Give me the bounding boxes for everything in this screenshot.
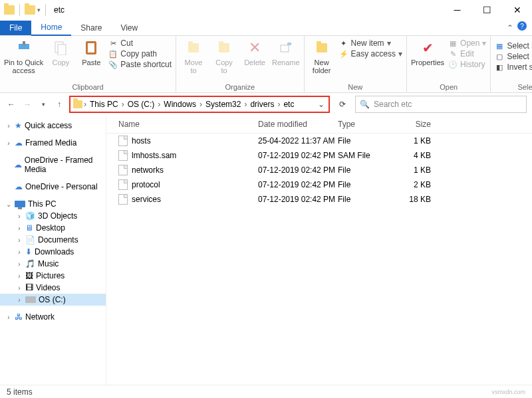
open-button[interactable]: ▦Open ▾: [448, 39, 486, 48]
history-button[interactable]: 🕑History: [448, 60, 486, 69]
paste-button[interactable]: Paste: [78, 39, 104, 66]
tree-os-c[interactable]: ›OS (C:): [0, 294, 106, 306]
tree-onedrive-personal[interactable]: ☁OneDrive - Personal: [0, 181, 106, 193]
tree-quick-access[interactable]: ›★Quick access: [0, 120, 106, 132]
breadcrumb-item[interactable]: This PC: [88, 100, 120, 109]
tree-network[interactable]: ›🖧Network: [0, 311, 106, 323]
column-headers: Name Date modified Type Size: [106, 116, 532, 134]
file-name: services: [132, 195, 161, 204]
file-size: 1 KB: [391, 165, 438, 175]
tree-framed-media[interactable]: ›☁Framed Media: [0, 137, 106, 149]
chevron-down-icon[interactable]: ⌄: [318, 100, 325, 109]
tree-desktop[interactable]: ›🖥Desktop: [0, 222, 106, 234]
copy-button[interactable]: Copy: [47, 39, 74, 66]
copy-to-button[interactable]: Copy to: [211, 39, 237, 74]
breadcrumb-item[interactable]: OS (C:): [126, 100, 157, 109]
address-bar[interactable]: › This PC › OS (C:) › Windows › System32…: [69, 96, 330, 113]
group-label-select: Select: [495, 82, 532, 91]
easy-access-button[interactable]: ⚡Easy access ▾: [339, 49, 402, 58]
properties-button[interactable]: ✔ Properties: [411, 39, 444, 66]
file-name: protocol: [132, 180, 160, 189]
chevron-right-icon[interactable]: ›: [276, 100, 281, 109]
invert-selection-button[interactable]: ◧Invert selection: [495, 62, 532, 72]
cut-button[interactable]: ✂Cut: [108, 39, 172, 48]
chevron-right-icon[interactable]: ›: [82, 100, 88, 109]
file-row[interactable]: networks07-12-2019 02:42 PMFile1 KB: [106, 163, 532, 177]
group-label-new: New: [309, 82, 402, 91]
ribbon-group-select: ▦Select all ▢Select none ◧Invert selecti…: [491, 36, 532, 92]
breadcrumb-item[interactable]: Windows: [162, 100, 198, 109]
file-type: File: [338, 195, 391, 204]
window-title: etc: [54, 5, 65, 15]
file-name: lmhosts.sam: [132, 151, 176, 160]
file-row[interactable]: services07-12-2019 02:42 PMFile18 KB: [106, 192, 532, 207]
close-button[interactable]: ✕: [502, 0, 532, 20]
delete-button[interactable]: ✕ Delete: [241, 39, 268, 66]
search-placeholder: Search etc: [374, 100, 412, 109]
pin-quick-access-button[interactable]: Pin to Quick access: [4, 39, 43, 74]
tree-3d-objects[interactable]: ›🧊3D Objects: [0, 210, 106, 222]
copy-path-button[interactable]: 📋Copy path: [108, 49, 172, 58]
minimize-button[interactable]: ─: [442, 0, 472, 20]
breadcrumb-item[interactable]: etc: [281, 100, 296, 109]
paste-shortcut-button[interactable]: 📎Paste shortcut: [108, 60, 172, 69]
col-header-size[interactable]: Size: [391, 120, 438, 129]
chevron-right-icon[interactable]: ›: [156, 100, 162, 109]
col-header-name[interactable]: Name: [118, 120, 258, 129]
file-icon: [118, 136, 128, 146]
recent-locations-button[interactable]: ▾: [37, 98, 49, 110]
tree-this-pc[interactable]: ⌄This PC: [0, 198, 106, 210]
tab-home[interactable]: Home: [31, 20, 71, 36]
file-row[interactable]: protocol07-12-2019 02:42 PMFile2 KB: [106, 177, 532, 192]
tab-view[interactable]: View: [111, 21, 147, 35]
tree-downloads[interactable]: ›⬇Downloads: [0, 246, 106, 258]
col-header-type[interactable]: Type: [338, 120, 391, 129]
tree-documents[interactable]: ›📄Documents: [0, 234, 106, 246]
group-label-organize: Organize: [180, 82, 300, 91]
file-row[interactable]: lmhosts.sam07-12-2019 02:42 PMSAM File4 …: [106, 148, 532, 163]
select-none-button[interactable]: ▢Select none: [495, 52, 532, 61]
breadcrumb-item[interactable]: System32: [203, 100, 243, 109]
group-label-clipboard: Clipboard: [4, 82, 172, 91]
move-to-button[interactable]: Move to: [180, 39, 207, 74]
tree-videos[interactable]: ›🎞Videos: [0, 282, 106, 294]
file-name: networks: [132, 165, 164, 175]
file-row[interactable]: hosts25-04-2022 11:37 AMFile1 KB: [106, 134, 532, 148]
title-bar: ▾ etc ─ ☐ ✕: [0, 0, 532, 20]
tab-file[interactable]: File: [0, 21, 31, 35]
ribbon-group-clipboard: Pin to Quick access Copy Paste ✂Cut 📋Cop…: [0, 36, 176, 92]
tab-share[interactable]: Share: [71, 21, 111, 35]
group-label-open: Open: [411, 82, 487, 91]
maximize-button[interactable]: ☐: [472, 0, 502, 20]
col-header-date[interactable]: Date modified: [258, 120, 338, 129]
file-icon: [118, 194, 128, 205]
folder-icon: [73, 100, 82, 108]
chevron-right-icon[interactable]: ›: [120, 100, 126, 109]
search-input[interactable]: 🔍 Search etc: [355, 96, 527, 113]
new-item-button[interactable]: ✦New item ▾: [339, 39, 402, 48]
chevron-right-icon[interactable]: ›: [243, 100, 248, 109]
file-icon: [118, 150, 128, 161]
file-type: SAM File: [338, 151, 391, 160]
ribbon-group-organize: Move to Copy to ✕ Delete Rename Organize: [176, 36, 305, 92]
edit-button[interactable]: ✎Edit: [448, 49, 486, 58]
help-icon[interactable]: ?: [517, 21, 527, 31]
svg-rect-6: [281, 45, 289, 52]
back-button[interactable]: ←: [5, 98, 17, 110]
chevron-right-icon[interactable]: ›: [198, 100, 203, 109]
breadcrumb-item[interactable]: drivers: [248, 100, 276, 109]
file-type: File: [338, 136, 391, 146]
tree-music[interactable]: ›🎵Music: [0, 258, 106, 270]
collapse-ribbon-icon[interactable]: ⌃: [507, 23, 513, 33]
new-folder-button[interactable]: New folder: [309, 39, 335, 74]
tree-onedrive-framed[interactable]: ☁OneDrive - Framed Media: [0, 154, 106, 175]
file-date: 07-12-2019 02:42 PM: [258, 195, 338, 204]
rename-button[interactable]: Rename: [272, 39, 300, 66]
svg-rect-1: [23, 41, 25, 45]
forward-button[interactable]: →: [21, 98, 33, 110]
select-all-button[interactable]: ▦Select all: [495, 41, 532, 50]
up-button[interactable]: ↑: [53, 98, 65, 110]
chevron-down-icon[interactable]: ▾: [37, 7, 41, 13]
refresh-button[interactable]: ⟳: [334, 96, 351, 113]
tree-pictures[interactable]: ›🖼Pictures: [0, 270, 106, 282]
